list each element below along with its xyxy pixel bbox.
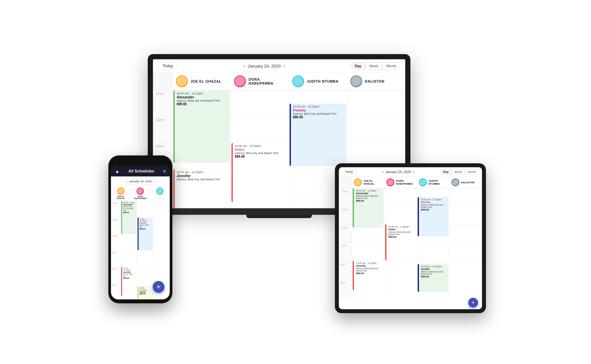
tablet-staff-name-joe: JOE EL GHAZAL	[363, 179, 382, 185]
tablet-staff-row: JOE EL GHAZAL DORA NABUPAMBA JUDITH NTUM…	[339, 177, 482, 188]
tablet-screen: Today ‹ January 24, 2020 › Day Week Mont…	[339, 167, 482, 309]
tablet-staff-judith: JUDITH NTUMBA	[417, 177, 449, 188]
dora-slot-12	[231, 116, 289, 143]
phone-appt-price: $99.00	[123, 277, 136, 279]
tablet-time-12: 12pm	[339, 224, 352, 242]
staff-cell-joe: JOE EL GHAZAL	[173, 73, 231, 90]
phone-next-arrow[interactable]: ›	[153, 180, 154, 183]
appt-name: Alexander	[177, 95, 228, 99]
phone-prev-arrow[interactable]: ‹	[127, 180, 128, 183]
staff-row: JOE EL GHAZAL DORA NABUPAMBA JUDITH NTUM…	[153, 73, 405, 90]
tablet-lower-judith: 02:40 am - 03:30pm Xander Haircut, Blow …	[417, 261, 449, 297]
tablet-week-btn[interactable]: Week	[452, 169, 465, 175]
tablet-staff-name-judith: JUDITH NTUMBA	[428, 179, 447, 185]
tablet-month-btn[interactable]: Month	[465, 169, 479, 175]
staff-cell-judith: JUDITH NTUMBA	[289, 73, 347, 90]
tablet-time-1: 1pm	[339, 242, 352, 260]
appt-time: 10:30 am - 12:30pm	[293, 105, 344, 108]
staff-name-judith: JUDITH NTUMBA	[307, 79, 339, 83]
tablet-staff-name-dora: DORA NABUPAMBA	[396, 179, 415, 185]
phone-staff-name-joe: JOE EL GHAZAL	[113, 195, 129, 199]
month-view-btn[interactable]: Month	[383, 62, 400, 70]
tablet-lower-dora	[384, 261, 417, 297]
appt-time: 09:00 am - 12:30pm	[177, 92, 228, 95]
phone-screen: ▲ All Schedules ≡ ‹ January 24, 2020 › J…	[111, 166, 170, 299]
phone-date: January 24, 2020	[129, 180, 152, 183]
phone-staff-name-judith: ...	[159, 195, 161, 197]
phone-dora-slot4	[137, 250, 153, 267]
tablet-avatar-daliston	[451, 178, 459, 186]
prev-arrow[interactable]: ‹	[244, 63, 245, 69]
tablet-judith-slot4	[417, 242, 449, 260]
phone-time-10: 10am	[111, 201, 121, 217]
avatar-daliston	[350, 75, 362, 87]
tablet-empty-header	[339, 177, 352, 188]
tablet-daliston-slot3	[449, 224, 482, 242]
tablet-next-arrow[interactable]: ›	[413, 169, 414, 174]
appt-name: Jennifer	[177, 174, 228, 178]
tablet-device: Today ‹ January 24, 2020 › Day Week Mont…	[335, 163, 486, 313]
phone-dora-appt-pamela[interactable]: 10:30 - 12:30pm Pamela Haircut, Blow Dty…	[138, 217, 153, 250]
tablet-date-nav: ‹ January 24, 2020 ›	[382, 169, 415, 174]
add-appointment-fab[interactable]: +	[153, 281, 164, 293]
tablet-time-10: 10am	[339, 188, 352, 206]
phone-appt-service: Haircut, Blow Dty	[123, 273, 136, 277]
phone-title: All Schedules	[128, 169, 154, 173]
tablet-calendar-grid: 10am 11am 12pm 1pm 09:00 am - 12:30pm Al…	[339, 188, 482, 260]
tablet-avatar-joe	[354, 178, 362, 186]
week-view-btn[interactable]: Week	[366, 62, 382, 70]
tablet-current-date: January 24, 2020	[385, 170, 411, 174]
phone-time-3: 3pm	[111, 283, 121, 299]
menu-icon[interactable]: ≡	[163, 169, 166, 174]
joe-column: 09:00 am - 12:30pm Alexander Haircut, Bl…	[173, 90, 231, 208]
back-icon[interactable]: ▲	[115, 169, 120, 174]
tablet-daliston-slot1	[449, 188, 482, 206]
avatar-dora	[234, 75, 246, 87]
avatar-judith	[292, 75, 304, 87]
judith-appt-pamela[interactable]: 10:30 am - 12:30pm Pamela Haircut, Blow …	[290, 104, 346, 166]
joe-appt-jennifer[interactable]: 10:00 am - 12:30pm Jennifer Haircut, Blo…	[173, 169, 230, 208]
phone-appt-price: $99.00	[123, 212, 136, 213]
tablet-dora-appt-helen[interactable]: 10:00 am - 12:30pm Helen Haircut, Blow D…	[385, 224, 416, 260]
joe-appt-alexander[interactable]: 09:00 am - 12:30pm Alexander Haircut, Bl…	[173, 91, 230, 163]
tablet-jennifer-price: $99.00	[356, 272, 382, 275]
phone-header: ▲ All Schedules ≡	[111, 166, 170, 176]
laptop-stand	[246, 215, 312, 218]
phone-time-12: 12pm	[111, 234, 121, 250]
tablet-today-button[interactable]: Today	[342, 169, 356, 175]
tablet-jennifer-appt[interactable]: 10:00 am - 12:30pm Jennifer Haircut, Blo…	[353, 261, 383, 290]
tablet-add-appointment-fab[interactable]: +	[468, 298, 478, 308]
phone-staff-dora: DORA NABUPAMBA	[131, 186, 150, 201]
phone-dora-appt-xander[interactable]: 02:40 - 03:30pm Xander $99.00	[138, 286, 153, 299]
view-toggle: Day Week Month	[351, 62, 400, 70]
tablet-dora-appt-service: Haircut, Blow Dty and Beard Trim	[388, 231, 414, 235]
phone-joe-appt-jennifer[interactable]: 10:00 - 12:30pm Jennifer Haircut, Blow D…	[121, 267, 137, 296]
tablet-prev-arrow[interactable]: ‹	[382, 169, 384, 174]
dora-appt-helen[interactable]: 10:00 am - 12:30pm Helen Haircut, Blow D…	[231, 143, 288, 202]
judith-slot-11: 10:30 am - 12:30pm Pamela Haircut, Blow …	[289, 90, 347, 116]
tablet-judith-appt-pamela[interactable]: 10:30 am - 12:30pm Pamela Haircut, Blow …	[418, 197, 449, 236]
tablet-staff-joe: JOE EL GHAZAL	[352, 177, 384, 188]
tablet-joe-appt[interactable]: 09:00 am - 12:30pm Alexander Haircut, Bl…	[353, 188, 383, 228]
today-button[interactable]: Today	[158, 62, 177, 70]
phone-time-1: 1pm	[111, 250, 121, 267]
tablet-xander-appt[interactable]: 02:40 am - 03:30pm Xander Haircut, Blow …	[418, 264, 449, 292]
daliston-slot-11	[347, 90, 405, 116]
tablet-joe-slot4	[352, 242, 384, 260]
tablet-daliston-slot2	[449, 206, 482, 224]
tablet-staff-daliston: DALISTON	[449, 177, 482, 188]
phone-staff-row: JOE EL GHAZAL DORA NABUPAMBA ...	[111, 186, 170, 201]
phone-appt-price: $99.00	[140, 293, 152, 295]
tablet-day-btn[interactable]: Day	[441, 169, 451, 175]
appt-price: $99.00	[293, 115, 344, 119]
next-arrow[interactable]: ›	[283, 63, 285, 69]
day-view-btn[interactable]: Day	[351, 62, 365, 70]
appt-price: $99.00	[177, 102, 228, 106]
time-12pm: 12pm	[153, 116, 172, 143]
tablet-frame: Today ‹ January 24, 2020 › Day Week Mont…	[335, 163, 486, 313]
tablet-time-col: 10am 11am 12pm 1pm	[339, 188, 352, 260]
appt-time: 10:00 am - 12:30pm	[177, 171, 228, 174]
scene: Today ‹ January 24, 2020 › Day Week Mont…	[98, 34, 492, 330]
phone-joe-appt-alexander[interactable]: 10:30 - 11pm Alexander Haircut, Blow Dty…	[121, 201, 137, 234]
phone-joe-slot3	[121, 234, 137, 250]
